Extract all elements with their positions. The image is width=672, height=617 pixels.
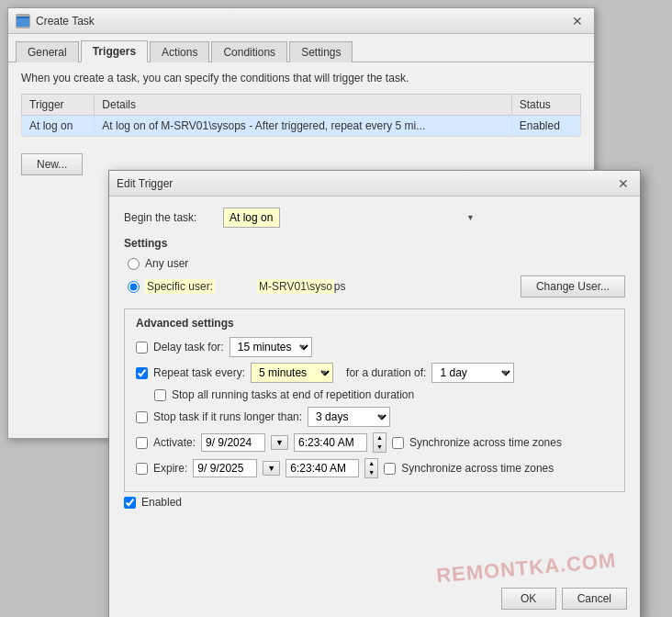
row-trigger: At log on [22,116,95,137]
expire-time-input[interactable] [286,459,359,477]
table-row[interactable]: At log on At log on of M-SRV01\sysops - … [22,116,581,137]
create-task-titlebar: Create Task ✕ [8,8,594,34]
change-user-button[interactable]: Change User... [521,275,625,297]
delay-task-checkbox[interactable] [136,342,148,353]
cancel-button[interactable]: Cancel [562,588,627,610]
create-task-content: When you create a task, you can specify … [8,62,594,146]
dialog-content: Begin the task: At log on Settings Any u… [109,196,640,520]
any-user-radio[interactable] [128,258,140,270]
col-details: Details [95,95,511,116]
specific-user-radio[interactable] [128,281,140,293]
titlebar-left: Create Task [16,14,95,28]
expire-time-spinner[interactable]: ▲ ▼ [364,458,378,478]
stop-task-select[interactable]: 3 days [308,407,390,427]
repeat-task-label: Repeat task every: [153,366,245,379]
stop-running-checkbox[interactable] [154,389,166,401]
dialog-close-button[interactable]: ✕ [614,174,633,193]
window-icon [16,14,30,28]
tab-actions[interactable]: Actions [150,41,209,62]
new-button[interactable]: New... [21,153,83,175]
dialog-title: Edit Trigger [117,177,173,190]
delay-select[interactable]: 15 minutes [230,337,312,357]
expire-date-input[interactable] [193,459,257,477]
expire-row: Expire: ▼ ▲ ▼ Synchronize across time zo… [136,458,613,478]
svg-rect-1 [17,17,29,18]
advanced-settings-title: Advanced settings [136,317,613,330]
tab-general[interactable]: General [16,41,79,62]
col-trigger: Trigger [22,95,95,116]
stop-running-label: Stop all running tasks at end of repetit… [172,388,414,401]
activate-sync-label: Synchronize across time zones [409,436,562,449]
begin-task-select[interactable]: At log on [223,208,280,228]
any-user-row: Any user [124,257,625,270]
expire-sync-checkbox[interactable] [384,463,396,475]
enabled-label: Enabled [141,496,182,509]
col-status: Status [511,95,580,116]
enabled-row: Enabled [124,496,625,509]
repeat-task-row: Repeat task every: 5 minutes for a durat… [136,363,613,383]
create-task-title: Create Task [36,15,95,28]
delay-task-row: Delay task for: 15 minutes [136,337,613,357]
specific-user-label: Specific user: [145,280,215,293]
begin-task-select-wrapper: At log on [223,208,480,228]
trigger-table: Trigger Details Status At log on At log … [21,94,581,137]
advanced-settings-section: Advanced settings Delay task for: 15 min… [124,308,625,492]
duration-select-wrapper: 1 day [431,363,514,383]
description-text: When you create a task, you can specify … [21,72,581,84]
tab-settings[interactable]: Settings [289,41,353,62]
activate-row: Activate: ▼ ▲ ▼ Synchronize across time … [136,432,613,453]
activate-date-input[interactable] [201,433,265,452]
row-details: At log on of M-SRV01\sysops - After trig… [95,116,511,137]
settings-section-label: Settings [124,237,625,250]
tabs-bar: General Triggers Actions Conditions Sett… [8,34,594,62]
row-status: Enabled [511,116,580,137]
delay-select-wrapper: 15 minutes [230,337,312,357]
duration-select[interactable]: 1 day [431,363,514,383]
edit-trigger-dialog: Edit Trigger ✕ Begin the task: At log on… [108,170,641,617]
dialog-titlebar: Edit Trigger ✕ [109,171,640,196]
delay-task-label: Delay task for: [153,341,224,353]
begin-task-row: Begin the task: At log on [124,208,625,228]
activate-checkbox[interactable] [136,437,148,449]
specific-user-row: Specific user: M-SRV01\sysops Change Use… [124,275,625,297]
activate-date-picker[interactable]: ▼ [271,435,288,450]
stop-task-label: Stop task if it runs longer than: [153,410,302,423]
stop-running-row: Stop all running tasks at end of repetit… [136,388,613,401]
any-user-label: Any user [145,257,188,270]
repeat-task-checkbox[interactable] [136,367,148,379]
dialog-bottom-buttons: OK Cancel [501,588,627,610]
close-button[interactable]: ✕ [568,12,587,30]
specific-user-value: M-SRV01\sysops [257,280,346,293]
duration-label: for a duration of: [346,366,426,379]
activate-time-spinner[interactable]: ▲ ▼ [373,432,386,453]
expire-label: Expire: [153,462,187,475]
repeat-select-wrapper: 5 minutes [251,363,333,383]
enabled-checkbox[interactable] [124,497,136,509]
expire-sync-label: Synchronize across time zones [401,462,554,475]
ok-button[interactable]: OK [501,588,556,610]
tab-conditions[interactable]: Conditions [211,41,287,62]
expire-checkbox[interactable] [136,463,148,475]
activate-time-input[interactable] [294,433,367,452]
begin-task-label: Begin the task: [124,211,216,224]
tab-triggers[interactable]: Triggers [81,40,148,62]
stop-task-select-wrapper: 3 days [308,407,390,427]
activate-sync-checkbox[interactable] [392,437,404,449]
stop-task-row: Stop task if it runs longer than: 3 days [136,407,613,427]
stop-task-checkbox[interactable] [136,411,148,423]
repeat-select[interactable]: 5 minutes [251,363,333,383]
activate-label: Activate: [153,436,196,449]
expire-date-picker[interactable]: ▼ [263,461,280,476]
